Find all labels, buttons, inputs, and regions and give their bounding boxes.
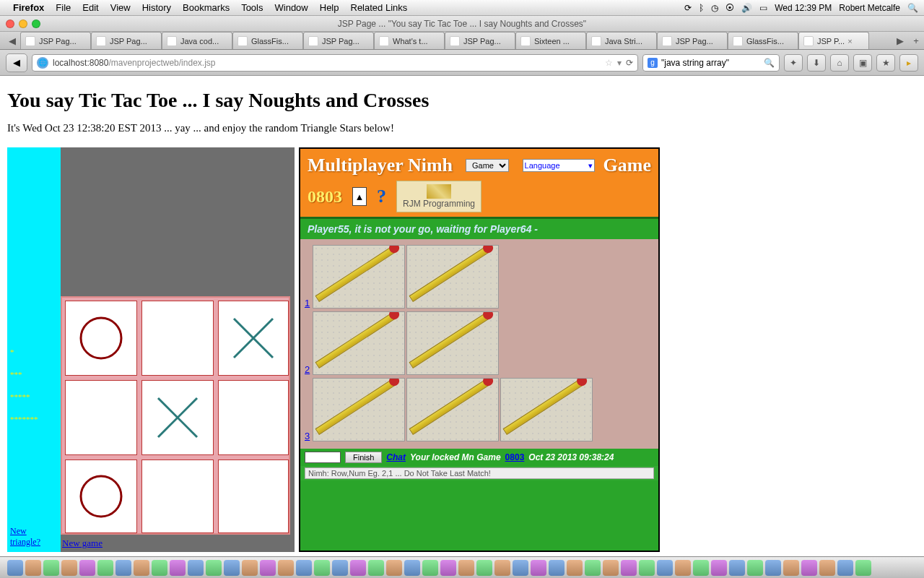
dock-icon[interactable] [260,560,276,576]
clock[interactable]: Wed 12:39 PM [775,3,832,13]
dock-icon[interactable] [43,560,59,576]
new-triangle-link[interactable]: New triangle? [10,526,58,548]
dock-icon[interactable] [513,560,528,576]
dock-icon[interactable] [603,560,619,576]
tab-scroll-left[interactable]: ◀ [4,32,20,49]
bluetooth-icon[interactable]: ᛒ [699,3,704,13]
menu-help[interactable]: Help [320,2,339,13]
dock-icon[interactable] [116,560,131,576]
dock-icon[interactable] [855,560,871,576]
new-game-link[interactable]: New game [61,535,295,552]
search-icon[interactable]: 🔍 [764,58,775,68]
download-icon[interactable]: ⬇ [807,54,826,72]
cell-0-2[interactable] [218,301,289,376]
tab-6[interactable]: JSP Pag... [445,32,515,49]
dock-icon[interactable] [837,560,853,576]
battery-icon[interactable]: ▭ [759,3,767,13]
menu-app[interactable]: Firefox [13,2,44,13]
dock-icon[interactable] [639,560,655,576]
dock-icon[interactable] [404,560,420,576]
match-stick[interactable] [313,245,405,309]
tab-8[interactable]: Java Stri... [586,32,657,49]
dock-icon[interactable] [61,560,77,576]
cell-1-2[interactable] [218,380,289,455]
help-icon[interactable]: ? [377,186,386,207]
dock-icon[interactable] [711,560,727,576]
close-window-button[interactable] [6,20,14,28]
toolbar-icon-4[interactable]: ▣ [853,54,872,72]
timemachine-icon[interactable]: ◷ [711,3,718,13]
dock-icon[interactable] [314,560,330,576]
dock-icon[interactable] [549,560,565,576]
menu-related[interactable]: Related Links [351,2,408,13]
dock-icon[interactable] [350,560,366,576]
dock-icon[interactable] [278,560,294,576]
tab-4[interactable]: JSP Pag... [303,32,374,49]
dock-icon[interactable] [440,560,456,576]
tab-3[interactable]: GlassFis... [232,32,303,49]
dock-icon[interactable] [134,560,149,576]
game-select[interactable]: Game [466,159,509,172]
dock-icon[interactable] [170,560,186,576]
dock-icon[interactable] [97,560,113,576]
wifi-icon[interactable]: ⦿ [725,3,734,13]
chat-link[interactable]: Chat [386,452,406,462]
search-bar[interactable]: g "java string array" 🔍 [642,54,780,72]
row-number-link[interactable]: 3 [305,431,310,441]
dock-icon[interactable] [765,560,781,576]
tab-2[interactable]: Java cod... [162,32,232,49]
dock-icon[interactable] [585,560,601,576]
dock-icon[interactable] [152,560,167,576]
sync-icon[interactable]: ⟳ [684,3,692,13]
dock-icon[interactable] [79,560,95,576]
tab-0[interactable]: JSP Pag... [20,32,91,49]
dock-icon[interactable] [747,560,763,576]
cell-2-1[interactable] [141,460,214,533]
dock-icon[interactable] [458,560,474,576]
tab-5[interactable]: What's t... [374,32,445,49]
dock-icon[interactable] [675,560,691,576]
tab-1[interactable]: JSP Pag... [91,32,162,49]
dock-icon[interactable] [25,560,41,576]
dock-icon[interactable] [206,560,222,576]
tree-icon[interactable]: ▲ [352,187,367,206]
dock-icon[interactable] [621,560,637,576]
tab-11[interactable]: JSP P...× [798,32,869,49]
dock-icon[interactable] [332,560,348,576]
volume-icon[interactable]: 🔊 [741,3,752,13]
home-icon[interactable]: ⌂ [830,54,849,72]
tab-scroll-right[interactable]: ▶ [892,32,908,49]
tab-10[interactable]: GlassFis... [728,32,798,49]
menu-edit[interactable]: Edit [82,2,98,13]
dock-icon[interactable] [476,560,492,576]
minimize-window-button[interactable] [19,20,27,28]
menu-file[interactable]: File [56,2,71,13]
language-select[interactable]: Language▾ [523,159,595,172]
dock-icon[interactable] [224,560,240,576]
dock-icon[interactable] [242,560,258,576]
dock-icon[interactable] [188,560,204,576]
dock-icon[interactable] [693,560,709,576]
match-stick[interactable] [406,378,499,441]
cell-2-0[interactable] [65,460,137,533]
dock-icon[interactable] [368,560,384,576]
spotlight-icon[interactable]: 🔍 [907,3,918,13]
zoom-window-button[interactable] [32,20,40,28]
dock-icon[interactable] [819,560,835,576]
move-input[interactable] [305,452,341,463]
dock-icon[interactable] [783,560,799,576]
match-stick[interactable] [313,378,405,441]
new-tab-button[interactable]: + [908,32,924,49]
dock-icon[interactable] [729,560,745,576]
cell-1-0[interactable] [65,380,137,455]
dock-icon[interactable] [296,560,312,576]
match-stick[interactable] [406,245,499,309]
row-number-link[interactable]: 2 [305,364,310,375]
dock-icon[interactable] [7,560,23,576]
menu-history[interactable]: History [142,2,171,13]
match-stick[interactable] [406,311,499,375]
user-menu[interactable]: Robert Metcalfe [839,3,900,13]
menu-view[interactable]: View [110,2,131,13]
menu-tools[interactable]: Tools [241,2,263,13]
cell-0-1[interactable] [141,301,214,376]
